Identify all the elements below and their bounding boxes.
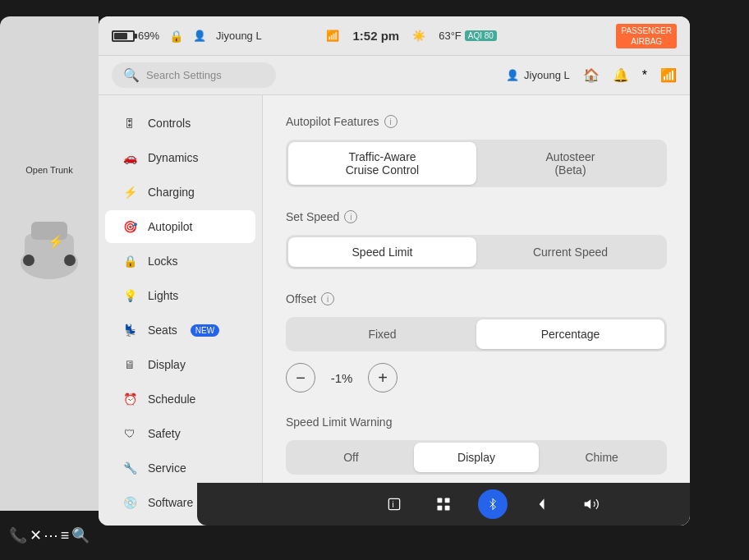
speed-limit-button[interactable]: Speed Limit bbox=[288, 237, 476, 267]
controls-icon: 🎛 bbox=[122, 115, 138, 131]
svg-rect-4 bbox=[64, 255, 76, 266]
taskbar-grid-icon[interactable] bbox=[429, 489, 458, 519]
svg-rect-6 bbox=[388, 498, 399, 509]
sidebar-label-charging: Charging bbox=[148, 186, 195, 199]
search-icon: 🔍 bbox=[123, 67, 140, 83]
menu-icon[interactable]: ⋯ bbox=[44, 526, 58, 544]
increment-button[interactable]: + bbox=[368, 363, 397, 392]
svg-rect-8 bbox=[438, 498, 443, 503]
sidebar-item-service[interactable]: 🔧 Service bbox=[105, 452, 255, 484]
offset-row: − -1% + bbox=[286, 363, 667, 392]
autopilot-features-title: Autopilot Features i bbox=[286, 115, 667, 128]
close-icon[interactable]: ✕ bbox=[30, 526, 42, 544]
sidebar-label-seats: Seats bbox=[148, 324, 177, 337]
service-icon: 🔧 bbox=[122, 460, 138, 476]
status-weather: 63°F AQI 80 bbox=[439, 30, 497, 42]
seats-icon: 💺 bbox=[122, 322, 138, 338]
phone-icon[interactable]: 📞 bbox=[9, 526, 27, 544]
offset-value: -1% bbox=[325, 371, 358, 385]
svg-text:⚡: ⚡ bbox=[48, 234, 64, 250]
open-trunk-button[interactable]: Open Trunk bbox=[25, 164, 72, 177]
sidebar-label-service: Service bbox=[148, 461, 186, 475]
percentage-button[interactable]: Percentage bbox=[476, 319, 664, 349]
bluetooth-header-icon[interactable]: * bbox=[642, 68, 647, 83]
speed-limit-warning-title: Speed Limit Warning bbox=[286, 415, 667, 429]
set-speed-group: Speed Limit Current Speed bbox=[286, 235, 667, 269]
sidebar-item-controls[interactable]: 🎛 Controls bbox=[105, 107, 255, 140]
display-icon: 🖥 bbox=[122, 356, 138, 373]
sidebar-item-autopilot[interactable]: 🎯 Autopilot bbox=[105, 210, 255, 243]
taskbar-bluetooth-icon[interactable] bbox=[478, 489, 508, 519]
sidebar-label-display: Display bbox=[148, 358, 186, 371]
svg-rect-10 bbox=[438, 506, 443, 511]
sidebar-label-safety: Safety bbox=[148, 427, 181, 440]
svg-marker-14 bbox=[540, 498, 545, 509]
aqi-badge: AQI 80 bbox=[465, 30, 497, 41]
autopilot-features-section: Autopilot Features i Traffic-AwareCruise… bbox=[286, 115, 667, 187]
search-bottom-icon[interactable]: 🔍 bbox=[71, 526, 90, 544]
car-illustration: ⚡ bbox=[16, 193, 82, 295]
home-icon[interactable]: 🏠 bbox=[583, 67, 600, 83]
svg-rect-9 bbox=[445, 498, 450, 503]
offset-info-icon[interactable]: i bbox=[321, 292, 334, 305]
autosteer-button[interactable]: Autosteer(Beta) bbox=[476, 142, 664, 185]
taskbar: i bbox=[197, 483, 690, 526]
sidebar-label-lights: Lights bbox=[148, 289, 178, 302]
sidebar-item-dynamics[interactable]: 🚗 Dynamics bbox=[105, 141, 255, 174]
charging-icon: ⚡ bbox=[122, 184, 138, 200]
sidebar-label-dynamics: Dynamics bbox=[148, 151, 198, 164]
set-speed-info-icon[interactable]: i bbox=[344, 210, 357, 223]
sidebar-item-charging[interactable]: ⚡ Charging bbox=[105, 176, 255, 209]
status-user: Jiyoung L bbox=[216, 30, 262, 42]
main-screen: 69% 🔒 👤 Jiyoung L 📶 1:52 pm ☀️ 63°F AQI … bbox=[99, 16, 690, 526]
header-user: 👤 Jiyoung L bbox=[506, 69, 570, 81]
sidebar-label-software: Software bbox=[148, 496, 193, 509]
taskbar-back-icon[interactable] bbox=[527, 489, 557, 519]
taskbar-volume-icon[interactable] bbox=[577, 489, 606, 519]
battery-indicator: 69% bbox=[112, 30, 159, 42]
status-center: 📶 1:52 pm ☀️ 63°F AQI 80 bbox=[326, 29, 496, 43]
safety-icon: 🛡 bbox=[122, 425, 138, 442]
user-icon: 👤 bbox=[506, 69, 519, 81]
autopilot-icon: 🎯 bbox=[122, 218, 138, 235]
main-content: 🎛 Controls 🚗 Dynamics ⚡ Charging 🎯 Autop… bbox=[99, 95, 690, 526]
offset-title: Offset i bbox=[286, 292, 667, 305]
lock-icon: 🔒 bbox=[169, 30, 183, 43]
decrement-button[interactable]: − bbox=[286, 363, 315, 392]
sidebar-item-schedule[interactable]: ⏰ Schedule bbox=[105, 383, 255, 415]
warning-display-button[interactable]: Display bbox=[414, 443, 540, 472]
tacc-button[interactable]: Traffic-AwareCruise Control bbox=[288, 142, 476, 185]
set-speed-section: Set Speed i Speed Limit Current Speed bbox=[286, 210, 667, 269]
wifi-icon: 📶 bbox=[326, 30, 339, 42]
sidebar-item-lights[interactable]: 💡 Lights bbox=[105, 279, 255, 312]
sidebar-item-display[interactable]: 🖥 Display bbox=[105, 348, 255, 381]
header-bar: 🔍 Search Settings 👤 Jiyoung L 🏠 🔔 * 📶 bbox=[99, 56, 690, 95]
bell-icon[interactable]: 🔔 bbox=[613, 67, 629, 83]
battery-percent: 69% bbox=[138, 30, 159, 42]
header-icons: 👤 Jiyoung L 🏠 🔔 * 📶 bbox=[506, 67, 677, 83]
bottom-nav-icon[interactable]: ≡ bbox=[61, 527, 70, 544]
warning-off-button[interactable]: Off bbox=[288, 443, 414, 472]
sidebar-label-controls: Controls bbox=[148, 117, 191, 130]
svg-rect-11 bbox=[445, 506, 450, 511]
sidebar-label-schedule: Schedule bbox=[148, 392, 195, 406]
sidebar-item-seats[interactable]: 💺 Seats NEW bbox=[105, 314, 255, 347]
taskbar-info-icon[interactable]: i bbox=[379, 489, 409, 519]
current-speed-button[interactable]: Current Speed bbox=[476, 237, 664, 267]
sidebar-item-safety[interactable]: 🛡 Safety bbox=[105, 417, 255, 450]
set-speed-title: Set Speed i bbox=[286, 210, 667, 223]
fixed-button[interactable]: Fixed bbox=[288, 319, 476, 349]
bottom-external-bar: 📞 ✕ ⋯ ≡ 🔍 bbox=[0, 511, 99, 560]
search-placeholder: Search Settings bbox=[146, 69, 222, 81]
locks-icon: 🔒 bbox=[122, 253, 138, 269]
sidebar-label-locks: Locks bbox=[148, 255, 178, 268]
sidebar: 🎛 Controls 🚗 Dynamics ⚡ Charging 🎯 Autop… bbox=[99, 95, 263, 526]
autopilot-features-info-icon[interactable]: i bbox=[384, 115, 397, 128]
status-bar: 69% 🔒 👤 Jiyoung L 📶 1:52 pm ☀️ 63°F AQI … bbox=[99, 16, 690, 56]
sidebar-item-locks[interactable]: 🔒 Locks bbox=[105, 245, 255, 278]
warning-chime-button[interactable]: Chime bbox=[539, 443, 664, 472]
right-panel: Autopilot Features i Traffic-AwareCruise… bbox=[263, 95, 690, 526]
search-box[interactable]: 🔍 Search Settings bbox=[112, 62, 276, 88]
status-time: 1:52 pm bbox=[352, 29, 399, 43]
offset-section: Offset i Fixed Percentage − -1% + bbox=[286, 292, 667, 392]
